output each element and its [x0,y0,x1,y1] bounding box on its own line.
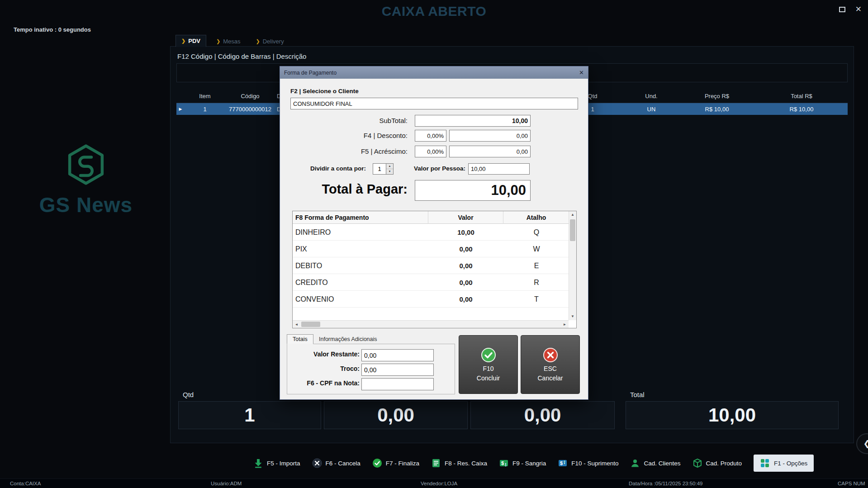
cell-und: UN [624,106,678,113]
scroll-up-icon[interactable]: ▲ [569,211,576,218]
payment-row-pix[interactable]: PIX 0,00 W [293,241,576,257]
per-person-input[interactable] [468,163,530,175]
tab-informacoes-adicionais[interactable]: Informações Adicionais [319,336,377,342]
change-label: Troco: [283,365,360,372]
svg-text:$: $ [560,460,563,466]
payment-value: 0,00 [428,257,503,274]
payment-value: 10,00 [428,224,503,241]
toolbar-cancela-button[interactable]: F6 - Cancela [312,458,360,468]
column-header-atalho: Atalho [503,211,569,224]
dialog-close-icon[interactable]: ✕ [579,69,584,76]
cell-codigo: 7770000000012 [225,106,275,113]
payment-name: CONVENIO [293,291,428,308]
column-header-valor: Valor [428,211,503,224]
download-icon [253,458,263,468]
page-title: CAIXA ABERTO [0,4,868,19]
dialog-body: F2 | Selecione o Cliente SubTotal: F4 | … [280,79,588,400]
toolbar-label: Cad. Clientes [644,460,680,467]
toolbar-suprimento-button[interactable]: $ F10 - Suprimento [558,458,618,468]
toolbar-sangria-button[interactable]: $ F9 - Sangria [499,458,546,468]
total-summary-label: Total [630,391,645,398]
window-close-icon[interactable]: ✕ [855,5,862,13]
payment-row-credito[interactable]: CREDITO 0,00 R [293,274,576,291]
discount-percent-input[interactable] [415,130,446,142]
maximize-icon[interactable] [839,7,845,12]
tab-arrow-icon: ❯ [181,38,185,44]
scroll-down-icon[interactable]: ▼ [569,313,576,320]
spinner-down-icon[interactable]: ▼ [386,169,393,174]
payment-shortcut: W [503,241,569,257]
cpf-input[interactable] [361,378,434,390]
toolbar-label: F9 - Sangria [512,460,546,467]
remaining-value-input[interactable] [361,349,434,361]
dialog-title: Forma de Pagamento [284,70,579,76]
payment-row-dinheiro[interactable]: DINHEIRO 10,00 Q [293,224,576,241]
total-to-pay-input[interactable] [415,180,531,201]
addition-value-input[interactable] [449,146,531,157]
toolbar-importa-button[interactable]: F5 - Importa [253,458,300,468]
cash-out-icon: $ [499,458,509,468]
payment-name: CREDITO [293,274,428,291]
payment-row-debito[interactable]: DEBITO 0,00 E [293,257,576,274]
spinner-up-icon[interactable]: ▲ [386,164,393,169]
tab-totais[interactable]: Totais [287,334,313,344]
product-search-label: F12 Código | Código de Barras | Descriçã… [177,52,306,60]
status-caps-num: CAPS NUM [838,481,865,486]
payment-name: DINHEIRO [293,224,428,241]
summary-box-2: 0,00 [324,401,468,429]
payment-table-header: F8 Forma de Pagamento Valor Atalho [293,211,576,224]
toolbar-label: F5 - Importa [267,460,300,467]
payment-row-convenio[interactable]: CONVENIO 0,00 T [293,291,576,308]
dialog-titlebar[interactable]: Forma de Pagamento ✕ [280,66,588,79]
column-header-total: Total R$ [755,93,848,99]
horizontal-scrollbar[interactable]: ◄ ► [293,320,569,328]
total-summary-box: 10,00 [626,401,839,429]
toolbar-cad-produto-button[interactable]: Cad. Produto [693,458,742,468]
split-bill-label: Dividir a conta por: [289,165,366,172]
confirm-label: Concluir [477,374,500,382]
scroll-right-icon[interactable]: ► [561,322,569,327]
vertical-scroll-thumb[interactable] [570,219,575,241]
change-input[interactable] [361,364,434,376]
cancel-button[interactable]: ESC Cancelar [521,335,580,394]
discount-value-input[interactable] [449,130,531,142]
back-chevron-icon: ❮ [863,439,868,449]
cell-preco: R$ 10,00 [678,106,755,113]
grid-icon [760,458,770,468]
confirm-button[interactable]: F10 Concluir [459,335,518,394]
client-input[interactable] [290,98,578,109]
addition-label: F5 | Acréscimo: [289,147,408,155]
status-conta: Conta:CAIXA [10,481,41,486]
addition-percent-input[interactable] [415,146,446,157]
toolbar-cad-clientes-button[interactable]: Cad. Clientes [630,458,680,468]
summary-value-2: 0,00 [377,404,414,426]
gs-hexagon-logo-icon [65,144,107,185]
spinner-buttons: ▲ ▼ [386,163,394,175]
horizontal-scroll-thumb[interactable] [301,322,320,327]
payment-shortcut: Q [503,224,569,241]
idle-timer-text: Tempo inativo : 0 segundos [14,26,91,33]
scroll-left-icon[interactable]: ◄ [293,322,300,327]
tab-delivery[interactable]: ❯ Delivery [250,36,289,47]
column-header-forma: F8 Forma de Pagamento [293,211,428,224]
receipt-icon [431,458,441,468]
split-count-input[interactable] [373,163,386,175]
tab-arrow-icon: ❯ [216,38,220,44]
qtd-summary-box: 1 [178,401,321,429]
vertical-scrollbar[interactable]: ▲ ▼ [569,211,576,320]
toolbar-finaliza-button[interactable]: F7 - Finaliza [372,458,419,468]
tab-pdv[interactable]: ❯ PDV [175,35,206,47]
toolbar-label: F7 - Finaliza [386,460,419,467]
subtotal-input[interactable] [415,115,531,127]
tab-mesas[interactable]: ❯ Mesas [211,36,246,47]
split-count-stepper: ▲ ▼ [373,163,394,175]
payment-name: PIX [293,241,428,257]
payment-shortcut: E [503,257,569,274]
toolbar-opcoes-button[interactable]: F1 - Opções [754,455,814,472]
edge-back-button[interactable]: ❮ [856,433,868,454]
column-header-codigo: Código [225,93,275,99]
toolbar-res-caixa-button[interactable]: F8 - Res. Caixa [431,458,487,468]
client-select-label: F2 | Selecione o Cliente [290,88,359,95]
cell-total: R$ 10,00 [755,106,848,113]
payment-value: 0,00 [428,241,503,257]
